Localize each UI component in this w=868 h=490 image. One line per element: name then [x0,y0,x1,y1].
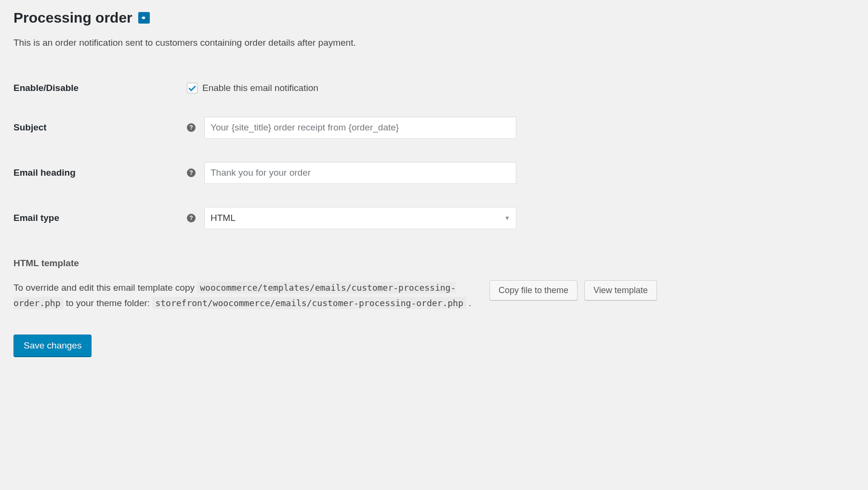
template-row: To override and edit this email template… [13,280,855,311]
chevron-down-icon: ▼ [504,215,510,221]
page-title: Processing order [13,10,855,26]
view-template-button[interactable]: View template [584,280,657,300]
page-description: This is an order notification sent to cu… [13,38,855,48]
subject-label: Subject [13,105,182,150]
save-button[interactable]: Save changes [13,335,92,357]
back-icon[interactable] [138,12,150,24]
help-icon[interactable]: ? [187,123,196,132]
page-title-text: Processing order [13,10,132,26]
dest-path-code: storefront/woocommerce/emails/customer-p… [152,297,466,309]
heading-label: Email heading [13,150,182,195]
template-instructions: To override and edit this email template… [13,280,476,311]
enable-checkbox-label: Enable this email notification [202,83,318,93]
enable-checkbox[interactable] [187,83,197,93]
heading-input[interactable] [204,162,516,184]
type-select[interactable]: HTML ▼ [204,207,516,229]
copy-file-button[interactable]: Copy file to theme [489,280,578,300]
subject-input[interactable] [204,116,516,139]
enable-label: Enable/Disable [13,71,182,105]
help-icon[interactable]: ? [187,168,196,177]
type-label: Email type [13,195,182,241]
type-select-value: HTML [210,213,236,223]
template-section-label: HTML template [13,258,855,269]
settings-form: Enable/Disable Enable this email notific… [13,71,855,241]
help-icon[interactable]: ? [187,214,196,222]
